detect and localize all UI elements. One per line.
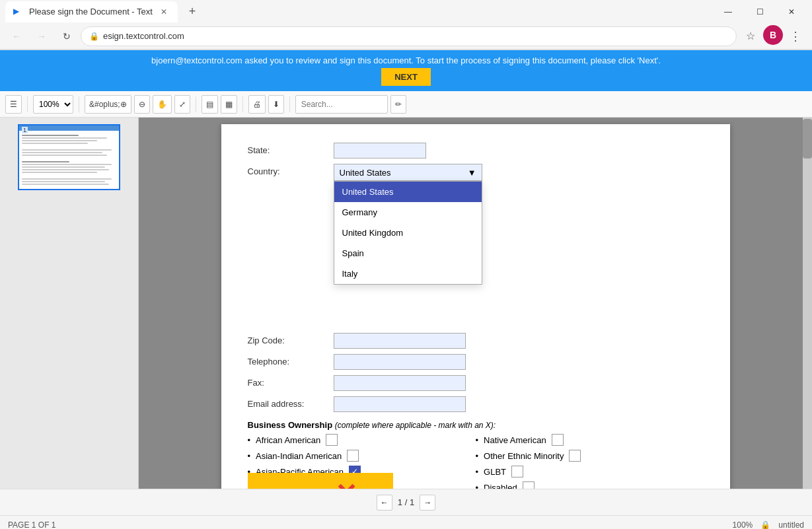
state-row: State: (248, 143, 704, 159)
menu-button[interactable]: ⋮ (784, 25, 807, 48)
sign-x-icon: ✕ (335, 478, 357, 489)
document-area: State: Country: United States ▼ United S… (139, 118, 812, 489)
dropdown-option-united-kingdom[interactable]: United Kingdom (334, 223, 482, 243)
forward-button[interactable]: → (30, 25, 53, 48)
checkbox-glbt[interactable] (511, 466, 523, 477)
checkbox-other-ethnic[interactable] (569, 450, 581, 462)
ownership-item-disabled: • Disabled (476, 481, 704, 489)
business-ownership-title: Business Ownership (complete where appli… (248, 420, 704, 430)
new-tab-button[interactable]: + (183, 3, 202, 21)
notification-bar: bjoern@textcontrol.com asked you to revi… (0, 50, 812, 91)
document-toolbar: ☰ 100% 75% 125% 150% &#oplus;⊕ ⊖ ✋ ⤢ ▤ ▦… (0, 91, 812, 118)
country-dropdown-list: United States Germany United Kingdom Spa… (334, 181, 482, 285)
sign-here-label: SIGN HERE (276, 488, 327, 489)
lock-status-icon: 🔒 (760, 520, 770, 530)
checkbox-native-american[interactable] (552, 434, 564, 446)
checkbox-asian-indian[interactable] (347, 450, 359, 462)
reload-button[interactable]: ↻ (55, 25, 78, 48)
sign-arrow-icon: ➤ (258, 486, 268, 489)
back-button[interactable]: ← (5, 25, 28, 48)
nav-bar: ← → ↻ 🔒 esign.textcontrol.com ☆ B ⋮ (0, 23, 812, 50)
email-input[interactable] (334, 396, 466, 412)
telephone-row: Telephone: (248, 354, 704, 370)
bullet-icon: • (476, 483, 479, 489)
title-bar: ▶ Please sign the Document - Text ✕ + — … (0, 0, 812, 23)
vertical-scrollbar[interactable] (803, 118, 812, 489)
ownership-label-african: African American (256, 435, 320, 445)
sidebar-toggle-button[interactable]: ☰ (5, 95, 22, 114)
toolbar-separator-4 (242, 96, 243, 112)
download-button[interactable]: ⬇ (268, 95, 284, 114)
next-button[interactable]: NEXT (381, 68, 431, 86)
main-content-area: 1 (0, 118, 812, 489)
maximize-button[interactable]: ☐ (745, 0, 775, 23)
ownership-label-native: Native American (484, 435, 546, 445)
prev-page-button[interactable]: ← (377, 495, 392, 511)
tab-close-button[interactable]: ✕ (158, 6, 170, 18)
toolbar-separator-3 (196, 96, 196, 112)
toolbar-separator-5 (289, 96, 290, 112)
next-page-button[interactable]: → (420, 495, 435, 511)
ownership-label-other-ethnic: Other Ethnic Minority (484, 451, 564, 461)
telephone-label: Telephone: (248, 354, 334, 367)
search-input[interactable] (295, 95, 388, 114)
zoom-select[interactable]: 100% 75% 125% 150% (33, 95, 73, 114)
lock-icon: 🔒 (89, 32, 99, 41)
zip-input[interactable] (334, 333, 466, 349)
dropdown-option-germany[interactable]: Germany (334, 202, 482, 223)
print-button[interactable]: 🖨 (248, 95, 266, 114)
email-row: Email address: (248, 396, 704, 412)
toolbar-separator-1 (27, 96, 28, 112)
address-bar[interactable]: 🔒 esign.textcontrol.com (81, 26, 737, 46)
sign-here-widget[interactable]: ➤ SIGN HERE ✕ (248, 473, 393, 489)
bullet-icon: • (248, 451, 251, 461)
pan-button[interactable]: ✋ (153, 95, 172, 114)
checkbox-disabled[interactable] (523, 481, 535, 489)
thumb-content (19, 131, 119, 189)
scrollbar-thumb[interactable] (803, 119, 812, 159)
ownership-item-glbt: • GLBT (476, 466, 704, 477)
business-ownership-subtitle: (complete where applicable - mark with a… (335, 421, 496, 430)
bullet-icon: • (248, 435, 251, 445)
checkbox-african-american[interactable] (326, 434, 338, 446)
dropdown-option-italy[interactable]: Italy (334, 264, 482, 284)
zoom-out-button[interactable]: ⊖ (134, 95, 150, 114)
country-selected-value: United States (340, 168, 391, 178)
state-input[interactable] (334, 143, 426, 159)
bookmark-button[interactable]: ☆ (739, 25, 762, 48)
country-label: Country: (248, 164, 334, 176)
bullet-icon: • (476, 435, 479, 445)
filename-status: untitled (778, 520, 804, 530)
status-left: PAGE 1 OF 1 (8, 520, 55, 530)
two-page-button[interactable]: ▦ (221, 95, 237, 114)
thumb-header (19, 125, 119, 131)
browser-tab[interactable]: ▶ Please sign the Document - Text ✕ (5, 1, 178, 22)
fax-input[interactable] (334, 375, 466, 391)
ownership-item-native-american: • Native American (476, 434, 704, 446)
status-right: 100% 🔒 untitled (733, 520, 804, 530)
profile-button[interactable]: B (763, 25, 783, 45)
window-controls: — ☐ ✕ (713, 0, 807, 23)
email-label: Email address: (248, 396, 334, 409)
ownership-item-african-american: • African American (248, 434, 476, 446)
thumb-page-num: 1 (22, 127, 28, 133)
close-button[interactable]: ✕ (776, 0, 807, 23)
country-dropdown[interactable]: United States ▼ United States Germany Un… (334, 164, 482, 181)
single-page-button[interactable]: ▤ (202, 95, 218, 114)
country-row: Country: United States ▼ United States G… (248, 164, 704, 181)
dropdown-option-united-states[interactable]: United States (334, 182, 482, 202)
ownership-label-asian-indian: Asian-Indian American (256, 451, 342, 461)
status-bar: PAGE 1 OF 1 100% 🔒 untitled (0, 515, 812, 529)
dropdown-option-spain[interactable]: Spain (334, 243, 482, 264)
zoom-in-button[interactable]: &#oplus;⊕ (85, 95, 131, 114)
annotate-button[interactable]: ✏ (390, 95, 406, 114)
bullet-icon: • (476, 451, 479, 461)
fax-label: Fax: (248, 375, 334, 388)
ownership-label-glbt: GLBT (484, 467, 506, 477)
fit-page-button[interactable]: ⤢ (174, 95, 190, 114)
country-dropdown-display[interactable]: United States ▼ (334, 164, 482, 181)
page-thumbnail-1[interactable]: 1 (18, 124, 120, 190)
bullet-icon: • (476, 467, 479, 477)
telephone-input[interactable] (334, 354, 466, 370)
minimize-button[interactable]: — (713, 0, 743, 23)
